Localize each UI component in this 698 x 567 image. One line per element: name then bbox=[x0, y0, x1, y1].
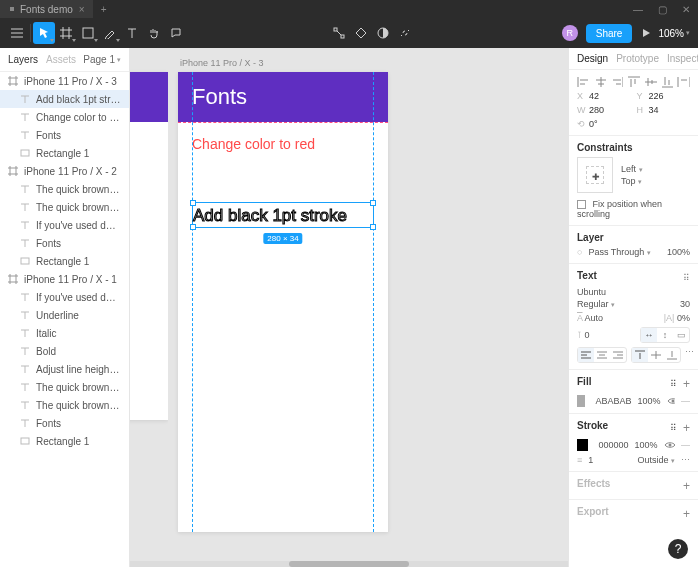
layer-row[interactable]: Rectangle 1 bbox=[0, 144, 129, 162]
window-minimize[interactable]: — bbox=[626, 4, 650, 15]
paragraph-spacing[interactable]: 0 bbox=[585, 330, 590, 340]
layer-row[interactable]: If you've used design tools be... bbox=[0, 216, 129, 234]
layer-row[interactable]: iPhone 11 Pro / X - 2 bbox=[0, 162, 129, 180]
layer-row[interactable]: The quick brown fox jumped.... bbox=[0, 198, 129, 216]
fill-remove-button[interactable]: — bbox=[681, 396, 690, 406]
sel-handle-sw[interactable] bbox=[190, 224, 196, 230]
hand-tool[interactable] bbox=[143, 22, 165, 44]
layer-row[interactable]: Fonts bbox=[0, 126, 129, 144]
stroke-position[interactable]: Outside ▾ bbox=[637, 455, 675, 465]
text-resize-fixed-icon[interactable]: ▭ bbox=[673, 328, 689, 342]
fill-style-button[interactable]: ⠿ bbox=[670, 379, 677, 389]
link-tool[interactable] bbox=[394, 22, 416, 44]
page-selector[interactable]: Page 1 ▾ bbox=[83, 54, 121, 65]
present-button[interactable] bbox=[636, 28, 656, 38]
layer-row[interactable]: The quick brown fox jumped.... bbox=[0, 378, 129, 396]
input-h[interactable]: 34 bbox=[649, 105, 659, 115]
stroke-hex[interactable]: 000000 bbox=[598, 440, 628, 450]
stroke-swatch[interactable] bbox=[577, 439, 588, 451]
layer-row[interactable]: Underline bbox=[0, 306, 129, 324]
layer-row[interactable]: iPhone 11 Pro / X - 3 bbox=[0, 72, 129, 90]
zoom-control[interactable]: 106% ▾ bbox=[656, 28, 692, 39]
close-tab-icon[interactable]: × bbox=[79, 4, 85, 15]
red-text-layer[interactable]: Change color to red bbox=[192, 136, 374, 152]
fill-add-button[interactable]: + bbox=[683, 377, 690, 391]
stroke-visible-icon[interactable] bbox=[664, 439, 675, 451]
window-close[interactable]: ✕ bbox=[674, 4, 698, 15]
constraint-h[interactable]: Left ▾ bbox=[621, 164, 643, 174]
layer-row[interactable]: Fonts bbox=[0, 414, 129, 432]
text-valign-top-icon[interactable] bbox=[632, 348, 648, 362]
align-controls[interactable] bbox=[577, 76, 690, 88]
canvas-scrollbar[interactable] bbox=[130, 561, 568, 567]
text-valign-middle-icon[interactable] bbox=[648, 348, 664, 362]
layer-row[interactable]: iPhone 11 Pro / X - 1 bbox=[0, 270, 129, 288]
window-maximize[interactable]: ▢ bbox=[650, 4, 674, 15]
fill-hex[interactable]: ABABAB bbox=[595, 396, 631, 406]
font-family[interactable]: Ubuntu bbox=[577, 287, 690, 297]
align-right-icon[interactable] bbox=[610, 76, 623, 88]
tab-inspect[interactable]: Inspect bbox=[667, 53, 698, 64]
stroke-remove-button[interactable]: — bbox=[681, 440, 690, 450]
text-resize-auto-width-icon[interactable]: ↔ bbox=[641, 328, 657, 342]
input-x[interactable]: 42 bbox=[589, 91, 599, 101]
effects-add-button[interactable]: + bbox=[683, 479, 690, 493]
component-tool[interactable] bbox=[350, 22, 372, 44]
canvas[interactable]: toolsr with s allowof theesigns in. oard… bbox=[130, 48, 568, 567]
fill-opacity[interactable]: 100% bbox=[638, 396, 661, 406]
mask-tool[interactable] bbox=[372, 22, 394, 44]
font-size[interactable]: 30 bbox=[680, 299, 690, 309]
input-w[interactable]: 280 bbox=[589, 105, 604, 115]
text-align-right-icon[interactable] bbox=[610, 348, 626, 362]
layer-row[interactable]: Rectangle 1 bbox=[0, 432, 129, 450]
frame-tool[interactable] bbox=[55, 22, 77, 44]
stroke-opacity[interactable]: 100% bbox=[635, 440, 658, 450]
align-top-icon[interactable] bbox=[627, 76, 640, 88]
export-add-button[interactable]: + bbox=[683, 507, 690, 521]
layer-opacity[interactable]: 100% bbox=[667, 247, 690, 257]
file-tab[interactable]: Fonts demo × bbox=[0, 0, 93, 18]
text-resize-auto-height-icon[interactable]: ↕ bbox=[657, 328, 673, 342]
fill-visible-icon[interactable] bbox=[667, 395, 675, 407]
layer-row[interactable]: Adjust line height to 140% an... bbox=[0, 360, 129, 378]
constraints-widget[interactable]: ✚ bbox=[577, 157, 613, 193]
text-valign-bottom-icon[interactable] bbox=[664, 348, 680, 362]
assets-tab[interactable]: Assets bbox=[46, 54, 76, 65]
layer-row[interactable]: The quick brown fox jumped..... bbox=[0, 180, 129, 198]
text-tool[interactable] bbox=[121, 22, 143, 44]
sel-handle-se[interactable] bbox=[370, 224, 376, 230]
input-rotation[interactable]: 0° bbox=[589, 119, 598, 129]
sel-handle-nw[interactable] bbox=[190, 200, 196, 206]
stroke-style-button[interactable]: ⠿ bbox=[670, 423, 677, 433]
sel-handle-ne[interactable] bbox=[370, 200, 376, 206]
text-align-center-icon[interactable] bbox=[594, 348, 610, 362]
shape-tool[interactable] bbox=[77, 22, 99, 44]
layer-row[interactable]: Add black 1pt stroke bbox=[0, 90, 129, 108]
text-align-left-icon[interactable] bbox=[578, 348, 594, 362]
constraint-v[interactable]: Top ▾ bbox=[621, 176, 643, 186]
type-settings-button[interactable]: ⋯ bbox=[685, 347, 694, 363]
layer-row[interactable]: Rectangle 1 bbox=[0, 252, 129, 270]
stroke-add-button[interactable]: + bbox=[683, 421, 690, 435]
help-button[interactable]: ? bbox=[668, 539, 688, 559]
fill-swatch[interactable] bbox=[577, 395, 585, 407]
comment-tool[interactable] bbox=[165, 22, 187, 44]
edit-object-tool[interactable] bbox=[328, 22, 350, 44]
selected-text-layer[interactable]: Add black 1pt stroke bbox=[193, 203, 373, 229]
text-styles-button[interactable]: ⠿ bbox=[683, 273, 690, 283]
letter-spacing[interactable]: 0% bbox=[677, 313, 690, 323]
artboard-label[interactable]: iPhone 11 Pro / X - 3 bbox=[178, 54, 388, 72]
layer-row[interactable]: The quick brown fox... bbox=[0, 396, 129, 414]
layer-row[interactable]: Change color to red bbox=[0, 108, 129, 126]
move-tool[interactable] bbox=[33, 22, 55, 44]
distribute-icon[interactable] bbox=[677, 76, 690, 88]
tab-design[interactable]: Design bbox=[577, 53, 608, 64]
layer-row[interactable]: Fonts bbox=[0, 234, 129, 252]
input-y[interactable]: 226 bbox=[649, 91, 664, 101]
fix-position-checkbox[interactable] bbox=[577, 200, 586, 209]
blend-mode[interactable]: Pass Through ▾ bbox=[588, 247, 661, 257]
share-button[interactable]: Share bbox=[586, 24, 633, 43]
font-weight[interactable]: Regular ▾ bbox=[577, 299, 674, 309]
new-tab-button[interactable]: + bbox=[93, 4, 115, 15]
main-menu-button[interactable] bbox=[6, 22, 28, 44]
